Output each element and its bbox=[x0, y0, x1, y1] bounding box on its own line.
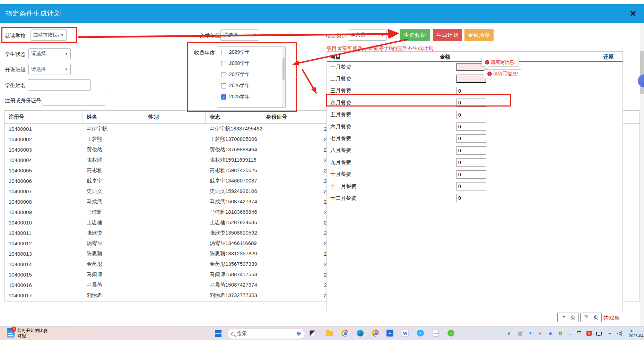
amount-row: 一月餐费 bbox=[327, 61, 623, 73]
tray-icon-5[interactable]: ✿ bbox=[557, 329, 564, 337]
student-name-input[interactable] bbox=[28, 79, 91, 91]
checkbox[interactable] bbox=[221, 50, 226, 55]
amount-input[interactable] bbox=[456, 194, 486, 202]
fee-year-option[interactable]: 2026学年 bbox=[218, 80, 285, 91]
amount-input[interactable] bbox=[456, 75, 486, 83]
cell-status: 史迪文15924926106 bbox=[206, 186, 262, 196]
tray-chevron-up-icon[interactable]: ∧ bbox=[506, 329, 512, 337]
fee-year-option[interactable]: 2029学年 bbox=[218, 47, 285, 58]
edge-icon[interactable] bbox=[356, 329, 364, 337]
chrome-icon[interactable] bbox=[341, 329, 349, 337]
amount-input[interactable] bbox=[456, 170, 486, 179]
restore-link[interactable]: 还原 bbox=[603, 54, 613, 60]
col-reg: 注册号 bbox=[5, 111, 82, 123]
panel-notice: 项目金额可修改，金额等于0的项目不生成计划 bbox=[327, 45, 433, 52]
chevron-down-icon: ▼ bbox=[380, 33, 384, 37]
sogou-icon[interactable]: S bbox=[586, 329, 592, 337]
amount-input[interactable] bbox=[456, 134, 486, 143]
page-scrollbar[interactable] bbox=[640, 23, 644, 326]
widgets-item[interactable]: 8 即将开始的比赛 财报 bbox=[7, 328, 48, 339]
cell-name: 高彬雅 bbox=[82, 165, 144, 176]
tray-icon-1[interactable]: ▤ bbox=[517, 329, 523, 337]
student-status-select[interactable]: 请选择 ▼ bbox=[28, 48, 71, 59]
cell-reg: 10400013 bbox=[5, 248, 82, 259]
network-icon[interactable]: ⌁ bbox=[606, 329, 613, 337]
tray-icon-6[interactable]: ▭ bbox=[567, 329, 574, 337]
reg-or-id-input[interactable] bbox=[42, 95, 105, 106]
file-explorer-icon[interactable] bbox=[326, 329, 333, 337]
cell-name: 金芮彤 bbox=[82, 259, 144, 269]
ime-indicator[interactable]: 中 bbox=[576, 329, 582, 337]
tray-icon-2[interactable]: ✦ bbox=[527, 329, 533, 337]
school-select[interactable]: 曲靖市陆良县中 ▼ bbox=[31, 29, 67, 41]
amount-clear-button[interactable]: 金额清零 bbox=[464, 29, 494, 41]
cell-reg: 10400008 bbox=[5, 196, 82, 207]
cell-gender bbox=[144, 155, 206, 165]
amount-input[interactable] bbox=[456, 182, 486, 190]
amount-row-label: 六月餐费 bbox=[330, 124, 351, 130]
amount-input[interactable] bbox=[456, 99, 486, 107]
fee-year-option[interactable]: 2025学年 bbox=[218, 91, 285, 102]
checkbox[interactable] bbox=[221, 72, 226, 77]
tray-icon-3[interactable]: ● bbox=[537, 329, 543, 337]
generate-plan-button[interactable]: 生成计划 bbox=[433, 29, 462, 41]
start-button[interactable] bbox=[215, 330, 221, 337]
wps-icon[interactable]: W bbox=[401, 329, 409, 337]
amount-input[interactable] bbox=[456, 122, 486, 131]
notepad-icon[interactable] bbox=[432, 329, 440, 337]
student-status-label: 学生状态 bbox=[5, 51, 26, 58]
student-name-label: 学生姓名 bbox=[5, 82, 26, 89]
class-label: 分班班级 bbox=[5, 67, 26, 73]
scrollbar-thumb[interactable] bbox=[640, 51, 644, 94]
cell-gender bbox=[144, 217, 206, 228]
class-select[interactable]: 请选择 ▼ bbox=[28, 64, 71, 75]
fee-year-option[interactable]: 2028学年 bbox=[218, 58, 285, 69]
volume-icon[interactable]: ◁) bbox=[616, 329, 623, 337]
browser-icon[interactable] bbox=[372, 329, 379, 337]
clock-date: 2025-04- bbox=[629, 333, 644, 338]
fee-year-option[interactable]: 2027学年 bbox=[218, 69, 285, 80]
reg-or-id-label: 注册或身份证号 bbox=[5, 97, 41, 104]
checkbox[interactable] bbox=[221, 61, 226, 66]
checkbox[interactable] bbox=[221, 94, 226, 100]
display-icon[interactable] bbox=[595, 329, 602, 337]
fee-year-label: 收费年度 bbox=[194, 50, 215, 56]
grade-label: 入学年级 bbox=[200, 33, 220, 39]
item-category-select[interactable]: 学杂费 ▼ bbox=[348, 29, 387, 41]
cell-status: 马诗雅18183668846 bbox=[206, 207, 262, 217]
grade-select[interactable]: 请选择 ▼ bbox=[220, 29, 259, 41]
fee-year-option-label: 2027学年 bbox=[229, 71, 250, 78]
listbox-scrollbar[interactable] bbox=[282, 47, 285, 107]
cyan-browser-icon[interactable]: ◖ bbox=[417, 329, 424, 337]
cell-name: 马成武 bbox=[82, 196, 144, 207]
query-data-button[interactable]: 查询数据 bbox=[400, 29, 430, 41]
annotation-arrow-to-april bbox=[302, 69, 317, 94]
search-placeholder: 搜索 bbox=[237, 331, 296, 337]
blue-app-icon[interactable]: ● bbox=[386, 329, 394, 337]
cell-status: 陈思颖18812357820 bbox=[206, 248, 262, 259]
cell-reg: 10400003 bbox=[5, 144, 82, 155]
green-app-icon[interactable]: ▪ bbox=[447, 329, 455, 337]
widget-line2: 财报 bbox=[17, 333, 48, 339]
amount-input[interactable] bbox=[456, 146, 486, 155]
taskbar-search[interactable]: 搜索 ❋ bbox=[227, 329, 305, 339]
next-page-button[interactable]: 下一页 bbox=[580, 313, 602, 322]
close-icon[interactable]: ✕ bbox=[630, 9, 636, 18]
fee-year-option-label: 2026学年 bbox=[229, 83, 250, 89]
notification-badge: 8 bbox=[11, 326, 16, 332]
amount-input[interactable] bbox=[456, 158, 486, 167]
prev-page-button[interactable]: 上一页 bbox=[557, 313, 579, 322]
widget-chart-icon: 8 bbox=[7, 328, 15, 338]
col-status: 状态 bbox=[206, 111, 262, 123]
floating-helper-button[interactable] bbox=[638, 74, 644, 87]
tray-icon-4[interactable]: ◆ bbox=[547, 329, 554, 337]
cell-reg: 10400010 bbox=[5, 217, 82, 228]
amount-input[interactable] bbox=[456, 111, 486, 119]
cell-name: 黄俊然 bbox=[82, 144, 144, 155]
taskbar-clock[interactable]: 16 2025-04- bbox=[629, 329, 644, 338]
task-view-icon[interactable] bbox=[308, 329, 316, 337]
amount-row-label: 三月餐费 bbox=[330, 87, 351, 94]
checkbox[interactable] bbox=[221, 83, 226, 88]
amount-input[interactable] bbox=[456, 87, 486, 95]
cell-gender bbox=[144, 134, 206, 144]
